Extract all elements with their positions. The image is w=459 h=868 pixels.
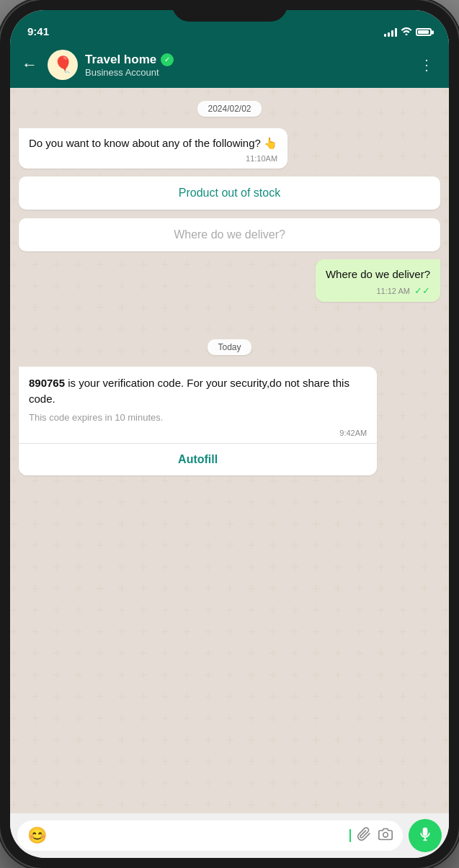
verification-code: 890765 xyxy=(29,377,65,389)
camera-button[interactable] xyxy=(378,827,393,845)
bubble-sent-1: Where do we deliver? 11:12 AM ✓✓ xyxy=(316,259,440,302)
back-button[interactable]: ← xyxy=(19,53,40,77)
sent-message-1: Where do we deliver? 11:12 AM ✓✓ xyxy=(19,259,440,302)
verification-expires: This code expires in 10 minutes. xyxy=(29,412,367,423)
contact-info: Travel home ✓ Business Account xyxy=(85,53,406,78)
date-badge-1-text: 2024/02/02 xyxy=(197,101,261,117)
option-label-1: Product out of stock xyxy=(179,187,280,199)
more-options-button[interactable]: ⋮ xyxy=(414,53,440,76)
phone-screen: 9:41 ← 🎈 xyxy=(10,10,449,858)
option-button-1[interactable]: Product out of stock xyxy=(19,176,440,210)
contact-name-row: Travel home ✓ xyxy=(85,53,406,67)
bubble-time-1: 11:10AM xyxy=(29,154,277,163)
sent-bubble-time-1: 11:12 AM ✓✓ xyxy=(326,285,430,296)
verification-body: 890765 is your verification code. For yo… xyxy=(19,367,377,429)
phone-shell: 9:41 ← 🎈 xyxy=(0,0,459,868)
notch xyxy=(172,0,288,22)
verification-text: 890765 is your verification code. For yo… xyxy=(29,375,367,408)
sent-bubble-text-1: Where do we deliver? xyxy=(326,267,430,282)
bubble-received-1: Do you want to know about any of the fol… xyxy=(19,128,288,169)
status-time: 9:41 xyxy=(27,25,49,37)
mic-icon xyxy=(418,827,432,845)
svg-point-0 xyxy=(383,832,388,837)
emoji-button[interactable]: 😊 xyxy=(27,826,47,845)
chat-header: ← 🎈 Travel home ✓ Business Account ⋮ xyxy=(10,42,449,88)
input-icons xyxy=(357,827,393,845)
bubble-text-1: Do you want to know about any of the fol… xyxy=(29,135,277,151)
contact-name[interactable]: Travel home xyxy=(85,53,156,67)
verification-bubble: 890765 is your verification code. For yo… xyxy=(19,367,377,475)
autofill-button[interactable]: Autofill xyxy=(19,444,377,475)
received-message-1: Do you want to know about any of the fol… xyxy=(19,128,440,169)
verification-text-after: is your verification code. For your secu… xyxy=(29,377,349,406)
option-label-2: Where do we deliver? xyxy=(174,228,285,241)
battery-icon xyxy=(416,28,432,36)
verification-time: 9:42AM xyxy=(19,429,377,443)
date-badge-today-text: Today xyxy=(208,339,251,355)
option-button-2[interactable]: Where do we deliver? xyxy=(19,218,440,251)
input-field-wrap: 😊 xyxy=(17,820,403,851)
attach-button[interactable] xyxy=(357,827,371,845)
mic-button[interactable] xyxy=(409,819,442,852)
chat-area: 2024/02/02 Do you want to know about any… xyxy=(10,88,449,813)
check-mark: ✓ xyxy=(164,55,170,63)
contact-avatar: 🎈 xyxy=(48,50,78,80)
contact-subtitle: Business Account xyxy=(85,67,406,78)
wifi-icon xyxy=(401,27,412,37)
status-icons xyxy=(384,27,432,37)
date-badge-today: Today xyxy=(19,339,440,355)
input-area: 😊 xyxy=(10,813,449,858)
double-check-icon: ✓✓ xyxy=(414,285,430,296)
avatar-emoji: 🎈 xyxy=(53,55,73,74)
verified-badge-icon: ✓ xyxy=(161,53,174,66)
date-badge-1: 2024/02/02 xyxy=(19,101,440,117)
cursor-indicator xyxy=(349,829,351,842)
verification-message: 890765 is your verification code. For yo… xyxy=(19,367,440,475)
message-input[interactable] xyxy=(53,829,342,842)
signal-bars-icon xyxy=(384,28,397,37)
